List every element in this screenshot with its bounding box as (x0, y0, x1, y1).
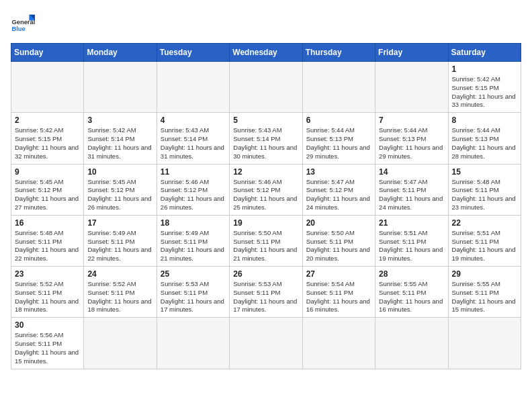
calendar-cell (230, 318, 302, 369)
calendar-cell: 19Sunrise: 5:50 AMSunset: 5:11 PMDayligh… (230, 215, 302, 266)
day-number: 3 (87, 116, 152, 125)
day-info: Sunrise: 5:50 AMSunset: 5:11 PMDaylight:… (233, 229, 298, 263)
day-info: Sunrise: 5:52 AMSunset: 5:11 PMDaylight:… (15, 280, 80, 314)
calendar-cell: 3Sunrise: 5:42 AMSunset: 5:14 PMDaylight… (84, 113, 157, 164)
calendar-cell (448, 318, 521, 369)
weekday-header-friday: Friday (375, 44, 448, 62)
day-info: Sunrise: 5:56 AMSunset: 5:11 PMDaylight:… (15, 331, 80, 365)
calendar-cell: 8Sunrise: 5:44 AMSunset: 5:13 PMDaylight… (448, 113, 521, 164)
day-number: 15 (452, 167, 517, 177)
calendar-cell (157, 62, 229, 113)
day-number: 9 (15, 167, 80, 177)
calendar-cell: 7Sunrise: 5:44 AMSunset: 5:13 PMDaylight… (375, 113, 448, 164)
day-number: 26 (233, 269, 298, 279)
day-number: 11 (161, 167, 226, 177)
calendar-cell: 25Sunrise: 5:53 AMSunset: 5:11 PMDayligh… (157, 267, 229, 318)
day-info: Sunrise: 5:47 AMSunset: 5:12 PMDaylight:… (306, 178, 371, 212)
weekday-header-row: SundayMondayTuesdayWednesdayThursdayFrid… (11, 44, 521, 62)
day-info: Sunrise: 5:47 AMSunset: 5:11 PMDaylight:… (379, 178, 444, 212)
calendar-cell: 21Sunrise: 5:51 AMSunset: 5:11 PMDayligh… (375, 215, 448, 266)
day-info: Sunrise: 5:50 AMSunset: 5:11 PMDaylight:… (306, 229, 371, 263)
calendar: SundayMondayTuesdayWednesdayThursdayFrid… (11, 43, 521, 369)
calendar-cell: 28Sunrise: 5:55 AMSunset: 5:11 PMDayligh… (375, 267, 448, 318)
day-info: Sunrise: 5:54 AMSunset: 5:11 PMDaylight:… (306, 280, 371, 314)
calendar-cell: 5Sunrise: 5:43 AMSunset: 5:14 PMDaylight… (230, 113, 302, 164)
calendar-row: 23Sunrise: 5:52 AMSunset: 5:11 PMDayligh… (11, 267, 521, 318)
day-info: Sunrise: 5:53 AMSunset: 5:11 PMDaylight:… (161, 280, 226, 314)
calendar-cell: 17Sunrise: 5:49 AMSunset: 5:11 PMDayligh… (84, 215, 157, 266)
calendar-cell: 18Sunrise: 5:49 AMSunset: 5:11 PMDayligh… (157, 215, 229, 266)
calendar-cell: 12Sunrise: 5:46 AMSunset: 5:12 PMDayligh… (230, 164, 302, 215)
day-info: Sunrise: 5:51 AMSunset: 5:11 PMDaylight:… (379, 229, 444, 263)
day-info: Sunrise: 5:44 AMSunset: 5:13 PMDaylight:… (379, 126, 444, 161)
day-info: Sunrise: 5:49 AMSunset: 5:11 PMDaylight:… (87, 229, 152, 263)
day-number: 12 (233, 167, 298, 177)
day-info: Sunrise: 5:55 AMSunset: 5:11 PMDaylight:… (452, 280, 517, 314)
calendar-row: 9Sunrise: 5:45 AMSunset: 5:12 PMDaylight… (11, 164, 521, 215)
calendar-cell (84, 318, 157, 369)
logo-icon: General Blue (11, 11, 35, 35)
calendar-cell: 24Sunrise: 5:52 AMSunset: 5:11 PMDayligh… (84, 267, 157, 318)
calendar-cell (302, 318, 375, 369)
calendar-cell: 15Sunrise: 5:48 AMSunset: 5:11 PMDayligh… (448, 164, 521, 215)
day-number: 2 (15, 116, 80, 125)
calendar-cell (375, 62, 448, 113)
calendar-cell: 22Sunrise: 5:51 AMSunset: 5:11 PMDayligh… (448, 215, 521, 266)
day-number: 16 (15, 218, 80, 228)
day-number: 27 (306, 269, 371, 279)
day-number: 30 (15, 320, 80, 330)
day-number: 18 (161, 218, 226, 228)
calendar-cell: 26Sunrise: 5:53 AMSunset: 5:11 PMDayligh… (230, 267, 302, 318)
day-number: 5 (233, 116, 298, 125)
day-info: Sunrise: 5:46 AMSunset: 5:12 PMDaylight:… (161, 178, 226, 212)
page-header: General Blue (11, 11, 521, 35)
calendar-cell: 9Sunrise: 5:45 AMSunset: 5:12 PMDaylight… (11, 164, 84, 215)
weekday-header-saturday: Saturday (448, 44, 521, 62)
day-number: 21 (379, 218, 444, 228)
calendar-cell: 10Sunrise: 5:45 AMSunset: 5:12 PMDayligh… (84, 164, 157, 215)
day-info: Sunrise: 5:43 AMSunset: 5:14 PMDaylight:… (233, 126, 298, 161)
svg-text:Blue: Blue (11, 26, 25, 32)
day-number: 8 (452, 116, 517, 125)
weekday-header-thursday: Thursday (302, 44, 375, 62)
calendar-cell: 14Sunrise: 5:47 AMSunset: 5:11 PMDayligh… (375, 164, 448, 215)
calendar-cell: 16Sunrise: 5:48 AMSunset: 5:11 PMDayligh… (11, 215, 84, 266)
calendar-cell (84, 62, 157, 113)
calendar-cell: 2Sunrise: 5:42 AMSunset: 5:15 PMDaylight… (11, 113, 84, 164)
day-info: Sunrise: 5:42 AMSunset: 5:15 PMDaylight:… (452, 75, 517, 109)
day-number: 6 (306, 116, 371, 125)
day-info: Sunrise: 5:49 AMSunset: 5:11 PMDaylight:… (161, 229, 226, 263)
calendar-cell: 13Sunrise: 5:47 AMSunset: 5:12 PMDayligh… (302, 164, 375, 215)
day-info: Sunrise: 5:43 AMSunset: 5:14 PMDaylight:… (161, 126, 226, 161)
calendar-row: 30Sunrise: 5:56 AMSunset: 5:11 PMDayligh… (11, 318, 521, 369)
day-info: Sunrise: 5:52 AMSunset: 5:11 PMDaylight:… (87, 280, 152, 314)
day-number: 19 (233, 218, 298, 228)
day-number: 28 (379, 269, 444, 279)
day-number: 10 (87, 167, 152, 177)
day-number: 13 (306, 167, 371, 177)
day-info: Sunrise: 5:55 AMSunset: 5:11 PMDaylight:… (379, 280, 444, 314)
day-info: Sunrise: 5:45 AMSunset: 5:12 PMDaylight:… (87, 178, 152, 212)
day-info: Sunrise: 5:44 AMSunset: 5:13 PMDaylight:… (306, 126, 371, 161)
day-number: 29 (452, 269, 517, 279)
weekday-header-monday: Monday (84, 44, 157, 62)
calendar-cell (375, 318, 448, 369)
logo: General Blue (11, 11, 35, 35)
day-number: 17 (87, 218, 152, 228)
day-info: Sunrise: 5:42 AMSunset: 5:15 PMDaylight:… (15, 126, 80, 161)
calendar-cell: 4Sunrise: 5:43 AMSunset: 5:14 PMDaylight… (157, 113, 229, 164)
calendar-row: 1Sunrise: 5:42 AMSunset: 5:15 PMDaylight… (11, 62, 521, 113)
day-info: Sunrise: 5:51 AMSunset: 5:11 PMDaylight:… (452, 229, 517, 263)
calendar-cell: 20Sunrise: 5:50 AMSunset: 5:11 PMDayligh… (302, 215, 375, 266)
day-number: 1 (452, 64, 517, 74)
calendar-cell: 6Sunrise: 5:44 AMSunset: 5:13 PMDaylight… (302, 113, 375, 164)
day-info: Sunrise: 5:46 AMSunset: 5:12 PMDaylight:… (233, 178, 298, 212)
day-info: Sunrise: 5:48 AMSunset: 5:11 PMDaylight:… (15, 229, 80, 263)
day-number: 20 (306, 218, 371, 228)
day-info: Sunrise: 5:48 AMSunset: 5:11 PMDaylight:… (452, 178, 517, 212)
calendar-cell: 27Sunrise: 5:54 AMSunset: 5:11 PMDayligh… (302, 267, 375, 318)
calendar-cell: 11Sunrise: 5:46 AMSunset: 5:12 PMDayligh… (157, 164, 229, 215)
calendar-cell (302, 62, 375, 113)
day-number: 22 (452, 218, 517, 228)
calendar-cell (11, 62, 84, 113)
